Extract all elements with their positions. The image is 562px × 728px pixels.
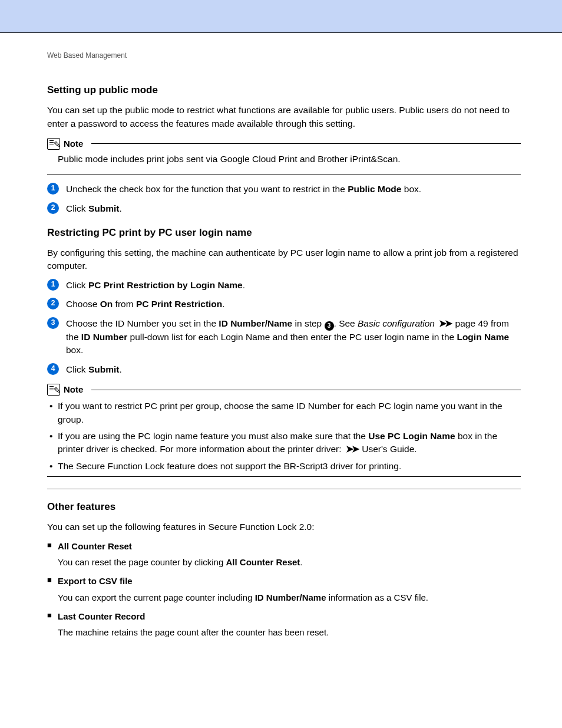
note-bullet-3: The Secure Function Lock feature does no…: [58, 460, 521, 473]
step-badge-3: 3: [47, 317, 59, 329]
step-badge-1: 1: [47, 183, 59, 195]
step-2: 2 Click Submit.: [47, 202, 521, 215]
step-1: 1 Uncheck the check box for the function…: [47, 183, 521, 196]
step-badge-1: 1: [47, 279, 59, 291]
intro-public-mode: You can set up the public mode to restri…: [47, 104, 521, 130]
feature-last-counter: Last Counter Record The machine retains …: [47, 610, 521, 640]
step-badge-2: 2: [47, 298, 59, 309]
double-arrow-icon: ➤➤: [346, 444, 358, 454]
note-text-1: Public mode includes print jobs sent via…: [47, 150, 521, 170]
other-features-list: All Counter Reset You can reset the page…: [47, 540, 521, 640]
note-bullet-2: If you are using the PC login name featu…: [58, 430, 521, 456]
step-r3: 3 Choose the ID Number you set in the ID…: [47, 317, 521, 357]
inline-step-ref: 3: [325, 321, 334, 331]
step-r4: 4 Click Submit.: [47, 363, 521, 376]
intro-other-features: You can set up the following features in…: [47, 521, 521, 533]
note-icon: [47, 384, 60, 396]
page-body: Web Based Management Setting up public m…: [0, 33, 562, 728]
step-badge-2: 2: [47, 202, 59, 214]
heading-restricting: Restricting PC print by PC user login na…: [47, 226, 521, 241]
intro-restricting: By configuring this setting, the machine…: [47, 246, 521, 273]
step-r2: 2 Choose On from PC Print Restriction.: [47, 298, 521, 311]
note-icon: [47, 138, 60, 150]
note-box-2: Note If you want to restrict PC print pe…: [47, 383, 521, 477]
xref-basic-config[interactable]: Basic configuration: [358, 318, 435, 328]
heading-public-mode: Setting up public mode: [47, 83, 521, 98]
note-label: Note: [64, 137, 83, 150]
steps-public-mode: 1 Uncheck the check box for the function…: [47, 183, 521, 215]
note-rule: [91, 143, 521, 144]
step-badge-4: 4: [47, 363, 59, 375]
step-r1: 1 Click PC Print Restriction by Login Na…: [47, 279, 521, 292]
heading-other-features: Other features: [47, 500, 521, 515]
feature-export-csv: Export to CSV file You can export the cu…: [47, 575, 521, 604]
section-separator: [47, 489, 521, 489]
note-bullets: If you want to restrict PC print per gro…: [47, 400, 521, 473]
note-label: Note: [64, 383, 83, 396]
note-bullet-1: If you want to restrict PC print per gro…: [58, 400, 521, 426]
feature-all-counter-reset: All Counter Reset You can reset the page…: [47, 540, 521, 569]
top-accent-bar: [0, 0, 562, 33]
note-box-1: Note Public mode includes print jobs sen…: [47, 137, 521, 174]
double-arrow-icon: ➤➤: [439, 318, 451, 328]
breadcrumb: Web Based Management: [47, 51, 521, 61]
note-rule: [91, 390, 521, 390]
steps-restricting: 1 Click PC Print Restriction by Login Na…: [47, 279, 521, 377]
note-rule-bottom: [47, 174, 521, 174]
note-rule-bottom: [47, 476, 521, 477]
